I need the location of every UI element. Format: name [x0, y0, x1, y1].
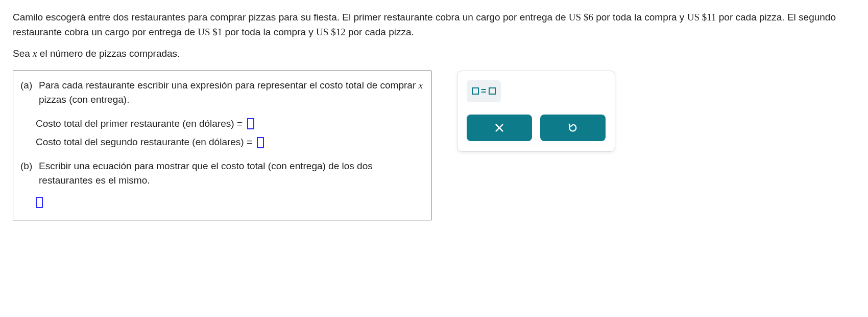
answer-box: (a) Para cada restaurante escribir una e…: [13, 71, 431, 221]
part-b-label: (b): [20, 159, 39, 188]
problem-paragraph-1: Camilo escogerá entre dos restaurantes p…: [13, 10, 855, 39]
variable-x: x: [33, 48, 37, 59]
value-per-pizza-2: US $12: [316, 27, 346, 37]
placeholder-right-icon: [489, 87, 496, 95]
keypad-panel: =: [457, 71, 615, 152]
value-delivery-1: US $6: [569, 12, 593, 22]
problem-text-2b: el número de pizzas compradas.: [37, 48, 180, 59]
part-a: (a) Para cada restaurante escribir una e…: [20, 78, 424, 150]
problem-text-1e: por cada pizza.: [346, 27, 414, 37]
part-b: (b) Escribir una ecuación para mostrar q…: [20, 159, 424, 210]
part-a-label: (a): [20, 78, 39, 107]
problem-text-1d: por toda la compra y: [222, 27, 316, 37]
cost-label-restaurant-1: Costo total del primer restaurante (en d…: [36, 118, 245, 129]
placeholder-left-icon: [472, 87, 479, 95]
problem-paragraph-2: Sea x el número de pizzas compradas.: [13, 47, 855, 61]
part-b-text: Escribir una ecuación para mostrar que e…: [39, 159, 424, 188]
part-a-text-2: pizzas (con entrega).: [39, 94, 129, 105]
reset-button[interactable]: [540, 115, 606, 141]
problem-text-2a: Sea: [13, 48, 33, 59]
input-equation[interactable]: [36, 197, 43, 208]
equation-template-button[interactable]: =: [467, 80, 501, 102]
equals-sign: =: [481, 84, 487, 98]
part-a-text-1: Para cada restaurante escribir una expre…: [39, 80, 419, 90]
problem-text-1a: Camilo escogerá entre dos restaurantes p…: [13, 12, 569, 22]
problem-text-1b: por toda la compra y: [593, 12, 687, 22]
undo-icon: [567, 122, 578, 133]
value-delivery-2: US $1: [198, 27, 222, 37]
close-icon: [494, 122, 505, 133]
value-per-pizza-1: US $11: [687, 12, 716, 22]
cost-label-restaurant-2: Costo total del segundo restaurante (en …: [36, 137, 255, 147]
part-a-var: x: [419, 80, 423, 90]
input-restaurant-1[interactable]: [247, 118, 254, 129]
input-restaurant-2[interactable]: [257, 137, 264, 148]
clear-button[interactable]: [467, 115, 532, 141]
